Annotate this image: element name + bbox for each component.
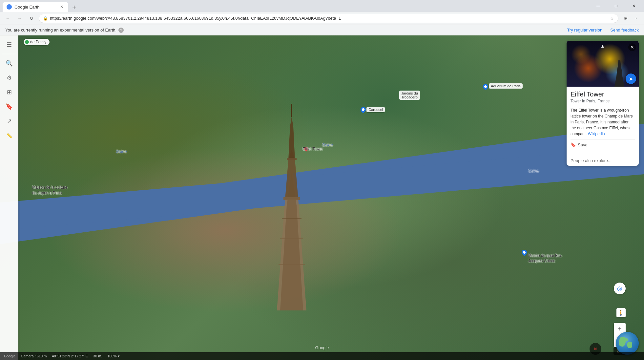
browser-frame: Google Earth ✕ + — □ ✕ ← → ↻ 🔒 https://e… [0,0,644,360]
layers-icon[interactable]: ⊞ [3,86,16,99]
globe-minimap[interactable] [616,332,639,355]
try-regular-link[interactable]: Try regular version [567,28,602,32]
extensions-button[interactable]: ⊞ [621,14,630,23]
address-bar-actions: ⊞ ⋮ [621,14,641,23]
carousel-label: Carousel [366,107,385,112]
more-button[interactable]: ⋮ [632,14,641,23]
globe-circle [616,332,639,355]
lock-icon: 🔒 [43,16,48,21]
search-icon[interactable]: 🔍 [3,57,16,70]
status-zoom: 100% ▾ [107,354,119,358]
settings-icon[interactable]: ⚙ [3,71,16,84]
aquarium-area: Aquarium de Paris [483,84,517,95]
panel-collapse-button[interactable]: ▲ [600,43,605,49]
globe-land-1 [618,336,627,347]
status-google: Google [4,354,15,358]
aquarium-pin-inner [484,85,488,89]
status-elevation: 30 m. [93,354,102,358]
save-icon: 🔖 [571,142,576,147]
refresh-button[interactable]: ↻ [27,14,36,23]
aquarium-label: Aquarium de Paris [489,83,523,89]
new-tab-button[interactable]: + [70,3,79,12]
ruler-icon[interactable]: 📏 [3,129,16,142]
tab-title: Google Earth [14,5,56,10]
panel-close-button[interactable]: ✕ [628,43,636,51]
status-bar: Google Camera : 610 m 48°51'23"N 2°17'27… [0,352,644,360]
carousel-pin-inner [362,108,365,111]
bookmark-icon[interactable]: 🔖 [3,100,16,113]
back-button[interactable]: ← [3,14,12,23]
panel-navigate-button[interactable]: ➤ [626,74,636,84]
jardins-label: Jardins duTrocadéro [399,91,420,100]
url-bar[interactable]: 🔒 https://earth.google.com/web/@48.85837… [39,14,618,23]
tab-bar: Google Earth ✕ + [3,0,79,12]
sidebar-separator-1 [2,54,17,54]
address-bar: ← → ↻ 🔒 https://earth.google.com/web/@48… [0,12,644,25]
tab-favicon [7,4,12,10]
url-text: https://earth.google.com/web/@48.8583701… [50,16,608,21]
menu-icon[interactable]: ☰ [3,38,16,51]
title-bar: Google Earth ✕ + — □ ✕ [0,0,644,12]
main-content: de Passy Seine Seine Seine Eiffel Tower … [0,35,644,360]
google-watermark: Google [315,345,329,350]
title-bar-controls: — □ ✕ [591,1,641,11]
panel-header-image: ▲ ✕ ➤ [567,41,639,87]
musee-pin-area [522,250,527,255]
status-coordinates: 48°51'23"N 2°17'27" E [52,354,88,358]
panel-title: Eiffel Tower [571,91,635,98]
maximize-button[interactable]: □ [609,1,624,11]
map-background[interactable]: de Passy Seine Seine Seine Eiffel Tower … [0,35,644,360]
globe-land-3 [624,338,628,341]
carousel-area: Carousel [361,107,379,117]
panel-description: The Eiffel Tower is a wrought-iron latti… [571,107,635,137]
share-icon[interactable]: ↗ [3,115,16,128]
status-camera: Camera : 610 m [21,354,47,358]
eiffel-tower-svg [270,100,313,314]
streetview-pegman[interactable]: 🚶 [616,308,626,317]
tab-close-button[interactable]: ✕ [59,4,64,10]
minimize-button[interactable]: — [591,1,606,11]
globe-land-2 [627,342,632,348]
left-sidebar: ☰ 🔍 ⚙ ⊞ 🔖 ↗ 📏 [0,35,18,360]
carousel-pin [360,106,367,113]
help-icon[interactable]: ? [118,28,124,33]
pegman-icon: 🚶 [616,308,626,317]
svg-rect-1 [283,197,300,200]
location-icon: ◎ [614,283,626,294]
bookmark-star-icon[interactable]: ☆ [610,16,614,21]
panel-subtitle: Tower in Paris, France [571,99,635,103]
right-panel: ▲ ✕ ➤ Eiffel Tower Tower in Paris, Franc… [567,41,639,166]
close-button[interactable]: ✕ [626,1,641,11]
experimental-message: You are currently running an experimenta… [5,28,116,32]
compass-north: N [594,347,596,351]
svg-rect-2 [287,158,297,160]
eiffel-tower-area [270,100,313,311]
active-tab[interactable]: Google Earth ✕ [3,2,68,12]
banner-actions: Try regular version Send feedback [567,28,639,32]
send-feedback-link[interactable]: Send feedback [610,28,639,32]
aquarium-pin [482,83,489,91]
experimental-banner: You are currently running an experimenta… [0,25,644,35]
people-also-explore: People also explore... [567,154,639,166]
musee-pin [521,248,528,256]
location-button[interactable]: ◎ [614,283,626,294]
forward-button[interactable]: → [15,14,24,23]
panel-body: Eiffel Tower Tower in Paris, France The … [567,87,639,154]
musee-pin-inner [522,250,526,254]
save-button[interactable]: 🔖 Save [571,139,635,150]
de-passy-dot [25,40,29,44]
save-label: Save [578,142,588,147]
de-passy-marker: de Passy [24,39,50,45]
wikipedia-link[interactable]: Wikipedia [588,132,605,136]
de-passy-label: de Passy [30,40,46,44]
